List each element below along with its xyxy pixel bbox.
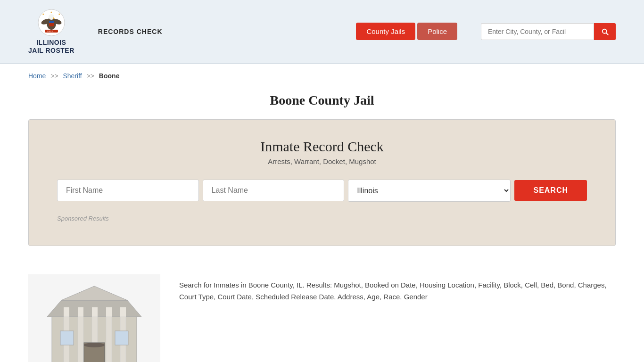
breadcrumb-sheriff[interactable]: Sheriff [63, 72, 82, 80]
breadcrumb-current: Boone [99, 72, 120, 80]
search-icon [601, 27, 609, 36]
logo-link[interactable]: ★ ★ ★ STATE ILLINOIS JAIL ROSTER [28, 8, 74, 55]
svg-text:★: ★ [42, 13, 44, 16]
county-jails-button[interactable]: County Jails [356, 23, 415, 40]
inmate-search-form: Illinois Alabama Alaska Arizona Arkansas… [57, 180, 587, 202]
breadcrumb-sep-1: >> [50, 72, 58, 80]
facility-description: Search for Inmates in Boone County, IL. … [179, 274, 616, 303]
record-check-subtitle: Arrests, Warrant, Docket, Mugshot [57, 157, 587, 165]
svg-rect-18 [78, 307, 83, 317]
svg-rect-25 [106, 317, 112, 362]
records-check-label: RECORDS CHECK [98, 28, 163, 35]
breadcrumb: Home >> Sheriff >> Boone [0, 64, 644, 88]
svg-text:★: ★ [58, 13, 60, 16]
svg-rect-19 [92, 307, 98, 317]
svg-text:STATE: STATE [47, 30, 53, 33]
record-check-box: Inmate Record Check Arrests, Warrant, Do… [28, 119, 616, 246]
header-search-input[interactable] [481, 23, 594, 40]
breadcrumb-sep-2: >> [87, 72, 94, 80]
page-title: Boone County Jail [0, 93, 644, 108]
state-select[interactable]: Illinois Alabama Alaska Arizona Arkansas… [348, 180, 511, 202]
header-search-bar [481, 23, 616, 40]
inmate-search-button[interactable]: SEARCH [514, 180, 587, 201]
breadcrumb-home[interactable]: Home [28, 72, 46, 80]
site-header: ★ ★ ★ STATE ILLINOIS JAIL ROSTER RECORDS… [0, 0, 644, 64]
bottom-section: Search for Inmates in Boone County, IL. … [0, 260, 644, 362]
svg-rect-33 [115, 331, 128, 345]
svg-rect-23 [78, 317, 83, 362]
svg-point-2 [49, 14, 54, 20]
header-search-button[interactable] [594, 23, 616, 40]
svg-rect-7 [49, 21, 54, 23]
state-seal-icon: ★ ★ ★ STATE [37, 8, 66, 37]
svg-rect-21 [120, 307, 126, 317]
svg-rect-31 [84, 343, 105, 347]
last-name-input[interactable] [203, 180, 345, 201]
courthouse-icon [28, 274, 160, 362]
record-check-title: Inmate Record Check [57, 139, 587, 155]
nav-buttons: County Jails Police [356, 23, 457, 40]
building-illustration [28, 274, 160, 362]
svg-text:★: ★ [50, 11, 52, 14]
sponsored-label: Sponsored Results [57, 215, 587, 222]
svg-rect-32 [60, 331, 74, 345]
page-title-section: Boone County Jail [0, 88, 644, 119]
logo-text: ILLINOIS JAIL ROSTER [28, 39, 74, 55]
first-name-input[interactable] [57, 180, 199, 201]
police-button[interactable]: Police [417, 23, 457, 40]
svg-rect-20 [106, 307, 112, 317]
svg-rect-17 [64, 307, 69, 317]
